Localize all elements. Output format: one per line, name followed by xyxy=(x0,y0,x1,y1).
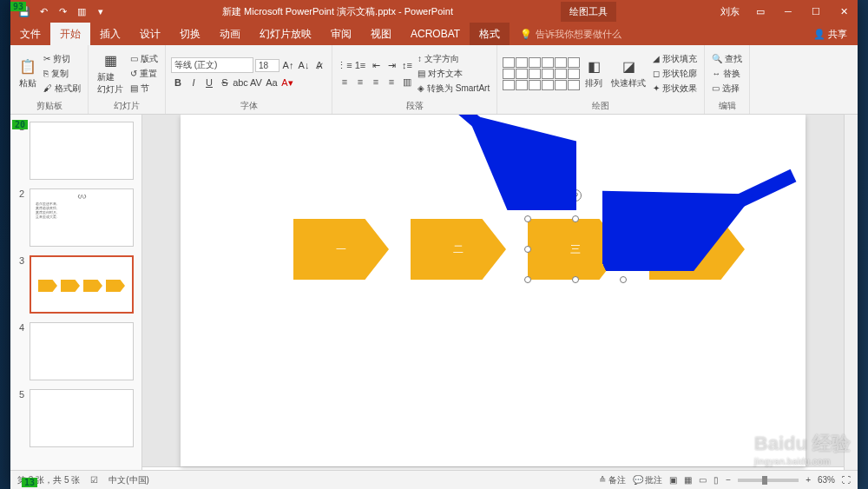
rotate-handle[interactable] xyxy=(569,189,582,202)
shape-fill-button[interactable]: ◢形状填充 xyxy=(651,52,699,66)
cut-button[interactable]: ✂剪切 xyxy=(42,52,82,66)
shape-3[interactable]: 三 xyxy=(528,219,623,280)
reset-button[interactable]: ↺重置 xyxy=(128,67,160,81)
spacing-button[interactable]: AV xyxy=(249,76,263,89)
shrink-font-icon[interactable]: A↓ xyxy=(297,58,311,72)
reading-view-icon[interactable]: ▭ xyxy=(699,475,707,485)
layout-button[interactable]: ▭版式 xyxy=(128,52,160,66)
smartart-button[interactable]: ◈转换为 SmartArt xyxy=(416,82,491,96)
indent-button[interactable]: ⇥ xyxy=(385,58,398,72)
handle-se[interactable] xyxy=(620,276,627,283)
bold-button[interactable]: B xyxy=(171,76,185,89)
find-button[interactable]: 🔍查找 xyxy=(710,52,744,66)
slideshow-view-icon[interactable]: ▯ xyxy=(713,475,719,485)
bullets-button[interactable]: ⋮≡ xyxy=(338,58,352,72)
font-size-select[interactable]: 18 xyxy=(255,59,279,72)
sorter-view-icon[interactable]: ▦ xyxy=(684,475,692,485)
font-name-select[interactable]: 等线 (正文) xyxy=(171,57,253,73)
share-button[interactable]: 👤 共享 xyxy=(813,28,847,41)
align-center-button[interactable]: ≡ xyxy=(353,75,367,89)
tab-view[interactable]: 视图 xyxy=(361,23,401,45)
quick-styles-button[interactable]: ◪快速样式 xyxy=(608,56,649,91)
slide-holder[interactable]: 一 二 三 xyxy=(142,115,844,466)
case-button[interactable]: Aa xyxy=(265,76,279,89)
handle-e[interactable] xyxy=(620,246,627,253)
tab-home[interactable]: 开始 xyxy=(50,23,90,45)
grow-font-icon[interactable]: A↑ xyxy=(281,58,295,72)
strike-button[interactable]: S xyxy=(218,76,232,89)
undo-icon[interactable]: ↶ xyxy=(36,4,50,18)
italic-button[interactable]: I xyxy=(187,76,201,89)
thumb-5[interactable]: 5 xyxy=(16,389,136,447)
clear-format-icon[interactable]: A̷ xyxy=(312,58,326,72)
replace-button[interactable]: ↔替换 xyxy=(710,67,744,81)
user-name[interactable]: 刘东 xyxy=(720,5,740,18)
shape-outline-button[interactable]: ◻形状轮廓 xyxy=(651,67,699,81)
shape-3-selection[interactable]: 三 xyxy=(528,210,623,288)
handle-s[interactable] xyxy=(572,276,579,283)
tab-transitions[interactable]: 切换 xyxy=(170,23,210,45)
text-direction-button[interactable]: ↕文字方向 xyxy=(416,52,491,66)
justify-button[interactable]: ≡ xyxy=(385,75,398,89)
zoom-out-button[interactable]: − xyxy=(726,475,731,485)
redo-icon[interactable]: ↷ xyxy=(56,4,69,18)
start-from-beginning-icon[interactable]: ▥ xyxy=(75,4,89,18)
tab-animations[interactable]: 动画 xyxy=(210,23,250,45)
thumb-4[interactable]: 4 xyxy=(16,322,136,380)
shape-2[interactable]: 二 xyxy=(411,219,506,280)
tab-acrobat[interactable]: ACROBAT xyxy=(401,23,470,45)
handle-nw[interactable] xyxy=(524,215,531,222)
paste-button[interactable]: 📋粘贴 xyxy=(16,56,40,91)
thumb-2[interactable]: 2《八》若尔至还不来,莫席若该黄昏,莫席至何时月,且来至成大爱. xyxy=(16,188,136,247)
section-button[interactable]: ▤节 xyxy=(128,82,160,96)
close-icon[interactable]: ✕ xyxy=(830,0,858,23)
tell-me[interactable]: 💡告诉我你想要做什么 xyxy=(520,28,621,41)
tab-review[interactable]: 审阅 xyxy=(321,23,361,45)
tab-insert[interactable]: 插入 xyxy=(90,23,130,45)
handle-ne[interactable] xyxy=(620,215,627,222)
shape-4[interactable] xyxy=(649,219,745,280)
align-right-button[interactable]: ≡ xyxy=(369,75,383,89)
zoom-level[interactable]: 63% xyxy=(818,475,835,485)
copy-button[interactable]: ⎘复制 xyxy=(42,67,82,81)
zoom-slider[interactable] xyxy=(738,479,799,482)
columns-button[interactable]: ▥ xyxy=(400,75,414,89)
thumb-1[interactable]: 1 xyxy=(16,122,136,180)
shape-gallery[interactable] xyxy=(503,57,580,90)
ribbon-options-icon[interactable]: ▭ xyxy=(746,0,774,23)
new-slide-button[interactable]: ▦新建 幻灯片 xyxy=(94,50,127,97)
outdent-button[interactable]: ⇤ xyxy=(369,58,383,72)
language-indicator[interactable]: 中文(中国) xyxy=(108,474,149,486)
tab-file[interactable]: 文件 xyxy=(10,23,50,45)
font-color-button[interactable]: A▾ xyxy=(280,76,294,89)
shape-1[interactable]: 一 xyxy=(293,219,389,280)
slide: 一 二 三 xyxy=(181,115,806,466)
handle-sw[interactable] xyxy=(524,276,531,283)
qat-more-icon[interactable]: ▾ xyxy=(94,4,108,18)
zoom-in-button[interactable]: + xyxy=(806,475,811,485)
normal-view-icon[interactable]: ▣ xyxy=(669,475,677,485)
handle-n[interactable] xyxy=(572,215,579,222)
line-spacing-button[interactable]: ↕≡ xyxy=(400,58,414,72)
maximize-icon[interactable]: ☐ xyxy=(802,0,830,23)
tab-format[interactable]: 格式 xyxy=(470,23,510,45)
select-button[interactable]: ▭选择 xyxy=(710,82,744,96)
tab-design[interactable]: 设计 xyxy=(130,23,170,45)
align-text-button[interactable]: ▤对齐文本 xyxy=(416,67,491,81)
shadow-button[interactable]: abc xyxy=(233,76,247,89)
arrange-button[interactable]: ◧排列 xyxy=(582,56,606,91)
notes-toggle[interactable]: ≙ 备注 xyxy=(599,474,626,486)
vertical-scrollbar[interactable] xyxy=(844,115,858,470)
handle-w[interactable] xyxy=(524,246,531,253)
numbering-button[interactable]: 1≡ xyxy=(353,58,367,72)
format-painter-button[interactable]: 🖌格式刷 xyxy=(42,82,82,96)
tab-slideshow[interactable]: 幻灯片放映 xyxy=(250,23,321,45)
fit-window-icon[interactable]: ⛶ xyxy=(842,475,851,485)
thumb-3[interactable]: 3 xyxy=(16,255,136,314)
underline-button[interactable]: U xyxy=(202,76,216,89)
align-left-button[interactable]: ≡ xyxy=(338,75,352,89)
spell-check-icon[interactable]: ☑ xyxy=(90,475,98,485)
minimize-icon[interactable]: ─ xyxy=(774,0,802,23)
shape-effects-button[interactable]: ✦形状效果 xyxy=(651,82,699,96)
comments-toggle[interactable]: 💬 批注 xyxy=(633,474,663,486)
